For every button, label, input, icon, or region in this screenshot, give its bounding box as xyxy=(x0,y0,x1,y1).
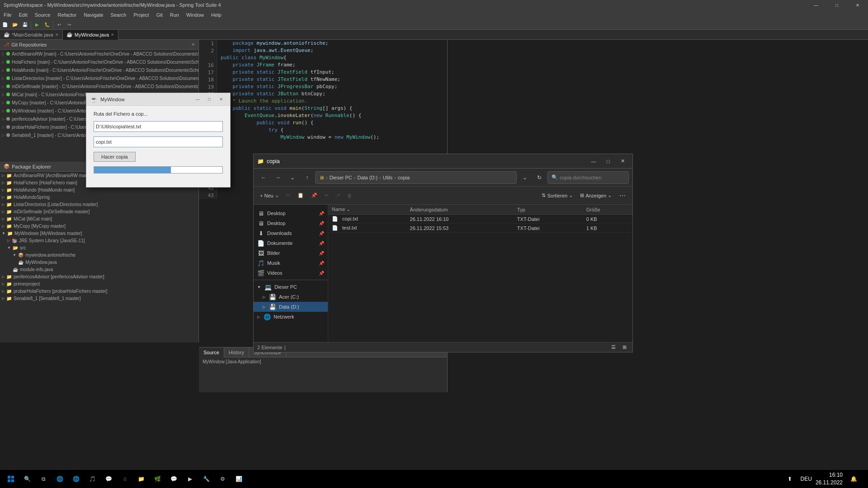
fm-forward-button[interactable]: → xyxy=(272,171,284,184)
repo-item-1[interactable]: ▷ HolaFichero [main] - C:\Users\AntonioF… xyxy=(0,58,198,66)
spotify-icon[interactable]: ♫ xyxy=(118,472,132,486)
fm-sidebar-netzwerk[interactable]: ▷ 🌐 Netzwerk xyxy=(254,312,328,322)
extra-icon-1[interactable]: 🔧 xyxy=(199,472,213,486)
fm-close-button[interactable]: ✕ xyxy=(616,156,629,166)
menu-edit[interactable]: Edit xyxy=(15,10,31,20)
discord-icon[interactable]: 💬 xyxy=(166,472,181,486)
pkg-item-peri[interactable]: ▷ 📁 perifericosAdvisor [perifericosAdvis… xyxy=(0,273,198,280)
tab-history[interactable]: History xyxy=(224,347,249,357)
dialog-minimize[interactable]: — xyxy=(192,95,203,104)
tab-main-seriable[interactable]: ☕ *MainSeriable.java ✕ xyxy=(0,30,63,40)
menu-navigate[interactable]: Navigate xyxy=(80,10,107,20)
dialog-hacer-copia-button[interactable]: Hacer copia xyxy=(94,152,136,162)
menu-file[interactable]: File xyxy=(0,10,15,20)
fm-rename-button[interactable]: ✏ xyxy=(322,189,331,202)
fm-delete-button[interactable]: 🗑 xyxy=(344,189,355,202)
extra-icon-2[interactable]: ⚙ xyxy=(215,472,230,486)
pkg-item-primer[interactable]: ▷ 📁 primerproject xyxy=(0,280,198,287)
pkg-item-holaspring[interactable]: ▷ 📁 HolaMundoSpring xyxy=(0,193,198,201)
file-row-0[interactable]: 📄 copi.txt 26.11.2022 16:10 TXT-Datei 0 … xyxy=(328,215,632,224)
fm-sidebar-dieser-pc[interactable]: ▼ 💻 Dieser PC xyxy=(254,282,328,292)
fm-sidebar-bilder[interactable]: 🖼 Bilder 📌 xyxy=(254,248,328,258)
menu-run[interactable]: Run xyxy=(166,10,183,20)
fm-sidebar-videos[interactable]: 🎬 Videos 📌 xyxy=(254,268,328,278)
pkg-item-mdir[interactable]: ▷ 📁 mDirSelfmade [mDirSelfmade master] xyxy=(0,208,198,215)
fm-sidebar-data-d[interactable]: ▷ 💾 Data (D:) xyxy=(254,302,328,312)
toolbar-new[interactable]: 📄 xyxy=(0,20,10,29)
fm-more-button[interactable]: ··· xyxy=(616,189,629,202)
sts-icon[interactable]: 🌿 xyxy=(150,472,165,486)
edge-icon[interactable]: 🌐 xyxy=(52,472,67,486)
fm-sidebar-dokumente[interactable]: 📄 Dokumente 📌 xyxy=(254,238,328,248)
taskview-button[interactable]: ⧉ xyxy=(36,472,51,486)
fm-list-view-button[interactable]: ☰ xyxy=(609,343,618,352)
toolbar-redo[interactable]: ↪ xyxy=(64,20,74,29)
col-date[interactable]: Änderungsdatum xyxy=(406,205,514,215)
toolbar-save[interactable]: 💾 xyxy=(20,20,30,29)
fm-sidebar-musik[interactable]: 🎵 Musik 📌 xyxy=(254,258,328,268)
music-taskbar-icon[interactable]: 🎵 xyxy=(85,472,99,486)
fm-view-button[interactable]: ⊞ Anzeigen ⌄ xyxy=(577,189,614,202)
git-repos-close[interactable]: ✕ xyxy=(191,42,195,47)
toolbar-debug[interactable]: 🐛 xyxy=(42,20,52,29)
pkg-item-module-info[interactable]: ☕ module-info.java xyxy=(0,266,198,273)
tab-close-1[interactable]: ✕ xyxy=(55,33,59,37)
menu-git[interactable]: Git xyxy=(153,10,166,20)
pkg-item-src[interactable]: ▼ 📂 src xyxy=(0,244,198,251)
repo-item-0[interactable]: ▷ ArchBinarioRW [main] - C:\Users\Antoni… xyxy=(0,50,198,58)
repo-item-4[interactable]: ▷ mDirSelfmade [master] - C:\Users\Anton… xyxy=(0,82,198,90)
toolbar-open[interactable]: 📂 xyxy=(10,20,20,29)
explorer-taskbar-icon[interactable]: 📁 xyxy=(134,472,148,486)
pkg-item-mycopy[interactable]: ▷ 📁 MyCopy [MyCopy master] xyxy=(0,222,198,230)
chat-icon[interactable]: 💬 xyxy=(101,472,116,486)
tab-mywindow[interactable]: ☕ MyWindow.java ✕ xyxy=(63,30,118,40)
fm-minimize-button[interactable]: — xyxy=(587,156,600,166)
menu-help[interactable]: Help xyxy=(208,10,225,20)
repo-item-2[interactable]: ▷ HolaMundo [main] - C:\Users\AntonioFri… xyxy=(0,66,198,74)
fm-copy-button[interactable]: 📋 xyxy=(295,189,307,202)
start-button[interactable] xyxy=(4,472,18,486)
fm-share-button[interactable]: ↗ xyxy=(333,189,343,202)
repo-item-3[interactable]: ▷ ListarDirectorios [master] - C:\Users\… xyxy=(0,74,198,82)
menu-source[interactable]: Source xyxy=(31,10,54,20)
extra-icon-3[interactable]: 📊 xyxy=(231,472,246,486)
pkg-item-package[interactable]: ▼ 📦 mywindow.antoniofrische xyxy=(0,251,198,258)
notification-button[interactable]: 🔔 xyxy=(846,472,861,486)
dialog-input-path[interactable] xyxy=(94,121,223,132)
fm-paste-button[interactable]: 📌 xyxy=(308,189,320,202)
fm-sidebar-acer-c[interactable]: ▷ 💾 Acer (C:) xyxy=(254,292,328,302)
fm-path-bar[interactable]: 🖥 › Dieser PC › Data (D:) › Utils › copi… xyxy=(315,171,517,184)
col-size[interactable]: Größe xyxy=(583,205,632,215)
fm-dropdown-button[interactable]: ⌄ xyxy=(286,171,299,184)
menu-refactor[interactable]: Refactor xyxy=(54,10,80,20)
dialog-maximize[interactable]: □ xyxy=(204,95,215,104)
fm-sidebar-downloads[interactable]: ⬇ Downloads 📌 xyxy=(254,228,328,238)
file-row-1[interactable]: 📄 test.txt 26.11.2022 15:53 TXT-Datei 1 … xyxy=(328,224,632,233)
tab-close-2[interactable]: ✕ xyxy=(111,33,114,37)
pkg-item-micat[interactable]: ▷ 📁 MiCat [MiCat main] xyxy=(0,215,198,222)
menu-window[interactable]: Window xyxy=(183,10,208,20)
maximize-button[interactable]: □ xyxy=(826,0,847,10)
fm-back-button[interactable]: ← xyxy=(257,171,270,184)
fm-path-dropdown[interactable]: ⌄ xyxy=(519,171,531,184)
show-desktop-button[interactable]: ⬆ xyxy=(783,472,797,486)
toolbar-run[interactable]: ▶ xyxy=(32,20,42,29)
pkg-item-mywindow-java[interactable]: ☕ MyWindow.java xyxy=(0,258,198,266)
tab-source[interactable]: Source xyxy=(199,347,224,357)
dialog-input-filename[interactable] xyxy=(94,136,223,147)
dialog-close[interactable]: ✕ xyxy=(216,95,226,104)
minimize-button[interactable]: — xyxy=(806,0,826,10)
menu-search[interactable]: Search xyxy=(107,10,130,20)
menu-project[interactable]: Project xyxy=(130,10,152,20)
fm-up-button[interactable]: ↑ xyxy=(301,171,313,184)
pkg-item-mywindows[interactable]: ▼ 📁 MyWindows [MyWindows master] xyxy=(0,230,198,237)
pkg-item-probar[interactable]: ▷ 📁 probarHolaFichero [probarHolaFichero… xyxy=(0,287,198,295)
fm-cut-button[interactable]: ✂ xyxy=(283,189,293,202)
fm-sidebar-desktop-2[interactable]: 🖥 Desktop 📌 xyxy=(254,218,328,228)
search-taskbar-button[interactable]: 🔍 xyxy=(20,472,34,486)
close-button[interactable]: ✕ xyxy=(847,0,868,10)
fm-maximize-button[interactable]: □ xyxy=(602,156,614,166)
pkg-item-jre[interactable]: ▷ 📚 JRE System Library [JavaSE-11] xyxy=(0,237,198,244)
fm-search-box[interactable]: 🔍 copia durchsuchen xyxy=(547,171,629,184)
fm-grid-view-button[interactable]: ⊞ xyxy=(620,343,629,352)
